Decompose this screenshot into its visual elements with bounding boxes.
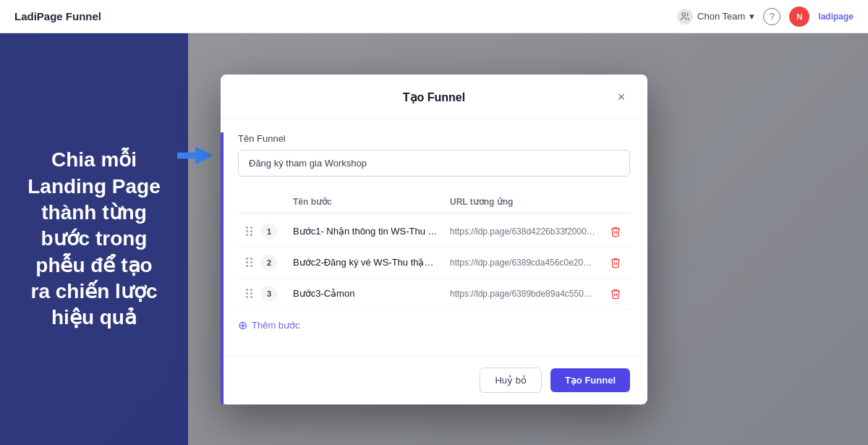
delete-step-1[interactable]: [601, 226, 630, 237]
chevron-down-icon: ▾: [749, 11, 754, 22]
create-funnel-button[interactable]: Tạo Funnel: [550, 368, 630, 392]
team-icon: [677, 9, 693, 25]
table-row: 3 Bước3-Cảmon https://ldp.page/6389bde89…: [238, 279, 630, 310]
table-row: 2 Bước2-Đăng ký vé WS-Thu thập sđt, địa …: [238, 247, 630, 279]
step-url-3: https://ldp.page/6389bde89a4c55001203140…: [444, 289, 601, 299]
add-icon: ⊕: [238, 318, 247, 332]
step-url-1: https://ldp.page/638d4226b33f200020fafdb…: [444, 226, 601, 237]
drag-handle-2[interactable]: [238, 258, 261, 267]
step-number-1: 1: [261, 224, 277, 240]
header: LadiPage Funnel Chon Team ▾ ? N ladipage: [0, 0, 868, 33]
user-avatar[interactable]: N: [789, 7, 809, 27]
funnel-name-input[interactable]: [238, 150, 630, 177]
add-step-label: Thêm bước: [252, 320, 300, 331]
svg-point-0: [682, 12, 686, 16]
modal-close-button[interactable]: ×: [613, 89, 630, 106]
step-number-2: 2: [261, 255, 277, 271]
step-number-3: 3: [261, 286, 277, 302]
brand-logo: ladipage: [818, 12, 854, 22]
drag-handle-1[interactable]: [238, 226, 261, 236]
modal-footer: Huỷ bỏ Tạo Funnel: [221, 355, 647, 404]
col-header-url: URL tương ứng: [444, 197, 601, 207]
modal-title: Tạo Funnel: [255, 90, 613, 104]
create-funnel-modal: Tạo Funnel × Tên Funnel Tên bước URL tươ…: [221, 75, 647, 404]
modal-accent: [221, 132, 224, 404]
table-header: Tên bước URL tương ứng: [238, 191, 630, 213]
header-right: Chon Team ▾ ? N ladipage: [677, 7, 854, 27]
table-row: 1 Bước1- Nhận thông tin WS-Thu thập mail…: [238, 216, 630, 247]
cancel-button[interactable]: Huỷ bỏ: [480, 368, 541, 393]
modal-body: Tên Funnel Tên bước URL tương ứng: [221, 119, 647, 355]
add-step-button[interactable]: ⊕ Thêm bước: [238, 310, 630, 341]
drag-handle-3[interactable]: [238, 289, 261, 298]
step-name-1: Bước1- Nhận thông tin WS-Thu thập mail, …: [287, 226, 444, 237]
step-name-3: Bước3-Cảmon: [287, 288, 444, 299]
modal-header: Tạo Funnel ×: [221, 75, 647, 119]
app-title: LadiPage Funnel: [14, 10, 101, 22]
funnel-name-label: Tên Funnel: [238, 133, 630, 144]
delete-step-3[interactable]: [601, 288, 630, 300]
team-selector[interactable]: Chon Team ▾: [677, 9, 754, 25]
steps-list: 1 Bước1- Nhận thông tin WS-Thu thập mail…: [238, 216, 630, 310]
help-icon[interactable]: ?: [763, 8, 780, 25]
team-label: Chon Team: [697, 11, 745, 22]
step-url-2: https://ldp.page/6389cda456c0e20020417c0…: [444, 258, 601, 268]
step-name-2: Bước2-Đăng ký vé WS-Thu thập sđt, địa ch…: [287, 257, 444, 268]
col-header-step-name: Tên bước: [287, 197, 444, 207]
delete-step-2[interactable]: [601, 257, 630, 268]
modal-backdrop: Tạo Funnel × Tên Funnel Tên bước URL tươ…: [0, 33, 868, 445]
